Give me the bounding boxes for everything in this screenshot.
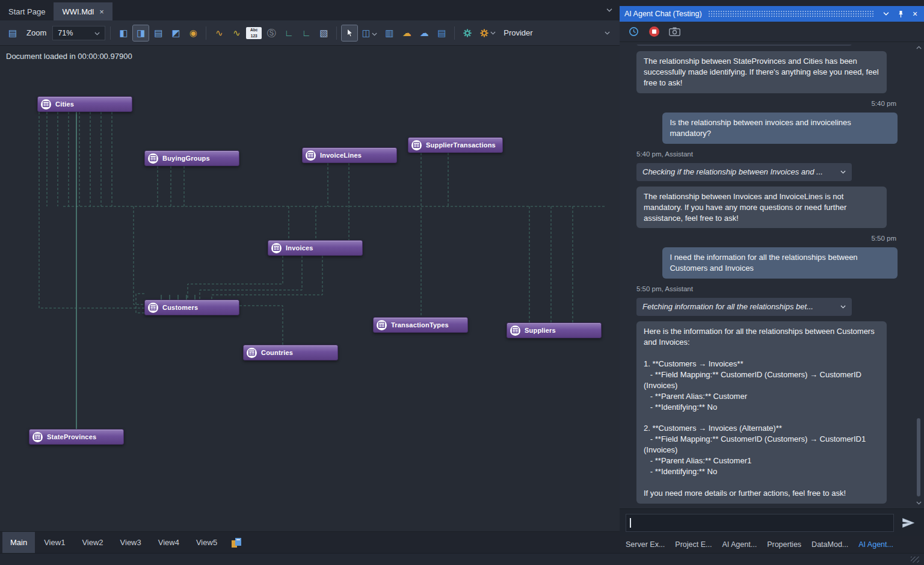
chevron-down-icon[interactable] xyxy=(840,305,846,309)
zoom-select[interactable]: 71% xyxy=(52,26,105,40)
chat-area: Making the relationship between StatePro… xyxy=(620,42,924,508)
close-icon[interactable]: × xyxy=(99,8,104,16)
chevron-down-icon xyxy=(94,29,100,37)
entity-countries[interactable]: Countries xyxy=(243,345,338,360)
entity-invoices[interactable]: Invoices xyxy=(268,240,363,256)
doc-tab-start-page[interactable]: Start Page xyxy=(0,2,54,20)
panel-tab-project-e-1[interactable]: Project E... xyxy=(675,540,712,549)
entity-suppliers[interactable]: Suppliers xyxy=(507,323,602,338)
panel-tab-server-ex-0[interactable]: Server Ex... xyxy=(626,540,665,549)
panel-tab-ai-agent-2[interactable]: AI Agent... xyxy=(722,540,757,549)
entity-cities[interactable]: Cities xyxy=(37,96,132,112)
doc-tab-wwi-mdl[interactable]: WWI.Mdl× xyxy=(54,2,112,20)
layers-icon[interactable]: ▤ xyxy=(434,25,449,41)
abc-123-icon[interactable]: Abc123 xyxy=(246,27,262,39)
user-message: Is the relationship between invoices and… xyxy=(662,113,898,144)
chevron-down-icon[interactable] xyxy=(840,170,846,174)
view-tab-view2[interactable]: View2 xyxy=(74,532,111,553)
pin-icon[interactable] xyxy=(895,8,906,19)
abc-line: Abc xyxy=(250,28,257,32)
table-icon xyxy=(41,99,51,110)
entity-buyinggroups[interactable]: BuyingGroups xyxy=(144,150,239,166)
scrollbar-track[interactable] xyxy=(916,52,921,499)
new-diagram-view-icon[interactable] xyxy=(231,537,245,548)
panel-tab-datamod-4[interactable]: DataMod... xyxy=(812,540,848,549)
view-tab-view5[interactable]: View5 xyxy=(188,532,225,553)
table-icon xyxy=(510,326,520,336)
provider-gear-icon[interactable] xyxy=(477,25,497,41)
app-window: Start PageWWI.Mdl× ▤Zoom71%◧◨▤◩◉∿∿Abc123… xyxy=(0,0,924,553)
status-bar xyxy=(0,553,924,565)
table-icon xyxy=(411,140,422,150)
entity-suppliertransactions[interactable]: SupplierTransactions xyxy=(408,137,503,153)
history-icon[interactable] xyxy=(627,25,640,39)
panel-chevron-icon[interactable] xyxy=(881,8,892,19)
doc-tab-label: WWI.Mdl xyxy=(62,7,94,16)
chat-input-wrap[interactable] xyxy=(626,514,894,532)
view-tabbar: MainView1View2View3View4View5 xyxy=(0,531,620,553)
panel-close-icon[interactable]: × xyxy=(910,8,920,19)
screenshot-icon[interactable] xyxy=(668,25,681,39)
chat-scrollbar[interactable] xyxy=(914,43,923,507)
settings-gear-icon[interactable] xyxy=(460,25,475,41)
diagram-canvas[interactable]: CitiesBuyingGroupsInvoiceLinesSupplierTr… xyxy=(0,46,620,531)
layout-stack-icon[interactable]: ▤ xyxy=(150,25,166,41)
export-image-icon[interactable]: ◩ xyxy=(168,25,183,41)
view-tab-view1[interactable]: View1 xyxy=(36,532,73,553)
layout-columns-icon[interactable]: ◧ xyxy=(116,25,131,41)
tool-call-header[interactable]: Fetching information for all the relatio… xyxy=(636,298,852,316)
toolbar-overflow-chevron[interactable] xyxy=(599,25,615,41)
relationship-elbow-alt-icon[interactable]: ∟ xyxy=(298,25,314,41)
schema-circle-icon[interactable]: Ⓢ xyxy=(263,25,279,41)
entity-label: Suppliers xyxy=(525,327,556,334)
doc-tabs: Start PageWWI.Mdl× xyxy=(0,0,112,20)
chat-input-row xyxy=(620,508,924,536)
entity-view-icon[interactable]: ▥ xyxy=(381,25,397,41)
panel-tab-properties-3[interactable]: Properties xyxy=(767,540,801,549)
pointer-tool-icon[interactable] xyxy=(342,25,357,41)
relationship-elbow-icon[interactable]: ∟ xyxy=(281,25,297,41)
eye-icon[interactable]: ◉ xyxy=(185,25,201,41)
hide-attributes-icon[interactable]: ∿ xyxy=(229,25,244,41)
model-image-icon[interactable]: ▤ xyxy=(5,25,20,41)
chevron-down-icon xyxy=(372,28,377,39)
entity-stateprovinces[interactable]: StateProvinces xyxy=(29,429,124,445)
selection-area-icon[interactable]: ▧ xyxy=(316,25,331,41)
show-attributes-icon[interactable]: ∿ xyxy=(211,25,227,41)
assistant-message: Here is the information for all the rela… xyxy=(636,321,887,504)
resize-grip[interactable] xyxy=(911,557,919,563)
scroll-down-icon[interactable] xyxy=(916,499,922,507)
table-icon xyxy=(306,150,316,161)
tool-call-header[interactable]: Checking if the relationship between Inv… xyxy=(636,163,852,181)
toolbar-separator xyxy=(454,26,455,40)
chat-input[interactable] xyxy=(631,518,890,527)
titlebar-drag-texture xyxy=(708,10,875,17)
entity-label: BuyingGroups xyxy=(162,155,210,162)
assistant-message: The relationship between StateProvinces … xyxy=(636,51,887,93)
scroll-up-icon[interactable] xyxy=(916,43,922,52)
export-cloud-icon[interactable]: ☁ xyxy=(416,25,432,41)
entity-label: SupplierTransactions xyxy=(426,141,496,149)
user-message: I need the information for all the relat… xyxy=(662,247,898,279)
tab-list-chevron-icon[interactable] xyxy=(606,8,612,12)
new-entity-icon[interactable]: ◫ xyxy=(359,25,380,41)
entity-label: Countries xyxy=(261,349,293,356)
tool-call-header[interactable]: Making the relationship between StatePro… xyxy=(636,45,852,46)
entity-customers[interactable]: Customers xyxy=(144,300,239,315)
doc-tabbar: Start PageWWI.Mdl× xyxy=(0,0,620,20)
timestamp: 5:50 pm xyxy=(871,234,896,244)
panel-tab-ai-agent-5[interactable]: AI Agent... xyxy=(858,540,893,549)
num-line: 123 xyxy=(251,34,257,38)
toolbar-separator xyxy=(110,26,111,40)
view-tab-view3[interactable]: View3 xyxy=(112,532,149,553)
view-tab-view4[interactable]: View4 xyxy=(150,532,187,553)
entity-transactiontypes[interactable]: TransactionTypes xyxy=(373,317,468,333)
panel-titlebar[interactable]: AI Agent Chat (Testing) × xyxy=(620,6,924,22)
view-tab-main[interactable]: Main xyxy=(2,532,35,553)
import-cloud-icon[interactable]: ☁ xyxy=(399,25,414,41)
stop-icon[interactable] xyxy=(647,25,661,39)
entity-invoicelines[interactable]: InvoiceLines xyxy=(302,147,397,163)
layout-rows-icon[interactable]: ◨ xyxy=(133,25,149,41)
send-button[interactable] xyxy=(899,514,918,532)
scrollbar-thumb[interactable] xyxy=(917,418,920,496)
